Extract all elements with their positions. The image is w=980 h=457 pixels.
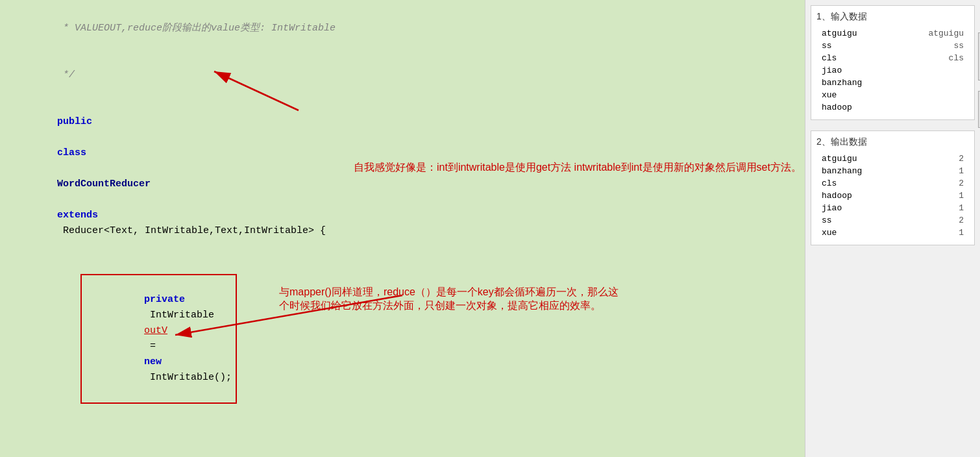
output-row-key: cls [818,178,935,189]
code-area: * VALUEOUT,reduce阶段输出的value类型: IntWritab… [0,0,805,457]
output-row-val: 1 [937,203,968,214]
output-data-table: atguigu 2 banzhang 1 cls 2 hadoop [816,152,969,240]
output-row-key: xue [818,227,935,238]
line-class: public class WordCountReducer extends Re… [10,99,794,254]
input-row-key: hadoop [818,102,896,113]
input-row-key: xue [818,90,896,101]
table-row: cls cls [818,53,968,64]
input-row-key: ss [818,40,896,51]
table-row: banzhang 1 [818,166,968,177]
line-comment2: */ [10,52,794,99]
right-panel: 1、输入数据 atguigu atguigu ss ss cls [805,0,980,457]
table-row: hadoop 1 [818,190,968,201]
table-row: banzhang [818,77,968,88]
output-row-val: 1 [937,227,968,238]
output-row-val: 2 [937,215,968,226]
table-row: ss 2 [818,215,968,226]
input-data-panel: 1、输入数据 atguigu atguigu ss ss cls [811,5,975,120]
table-row: jiao 1 [818,203,968,214]
output-row-key: ss [818,215,935,226]
input-row-val [898,65,968,76]
output-data-panel: 2、输出数据 atguigu 2 banzhang 1 cls [811,130,975,245]
input-row-val [898,90,968,101]
input-row-val: atguigu [898,28,968,39]
output-row-key: jiao [818,203,935,214]
table-row: xue [818,90,968,101]
table-row: xue 1 [818,227,968,238]
input-panel-title: 1、输入数据 [816,11,969,23]
table-row: atguigu atguigu [818,28,968,39]
table-row: atguigu 2 [818,153,968,164]
right-panel-inner: 1、输入数据 atguigu atguigu ss ss cls [805,0,980,457]
input-row-key: cls [818,53,896,64]
input-row-key: jiao [818,65,896,76]
input-row-val [898,102,968,113]
input-row-val: cls [898,53,968,64]
main-container: * VALUEOUT,reduce阶段输出的value类型: IntWritab… [0,0,980,457]
output-row-val: 1 [937,166,968,177]
line-blank1 [10,423,794,439]
input-row-val: ss [898,40,968,51]
table-row: hadoop [818,102,968,113]
output-row-key: banzhang [818,166,935,177]
output-row-key: hadoop [818,190,935,201]
output-row-val: 2 [937,153,968,164]
input-row-key: banzhang [818,77,896,88]
input-row-val [898,77,968,88]
output-row-val: 2 [937,178,968,189]
output-row-val: 1 [937,190,968,201]
private-highlighted: private IntWritable outV = new IntWritab… [80,274,237,404]
input-row-key: atguigu [818,28,896,39]
code-content: * VALUEOUT,reduce阶段输出的value类型: IntWritab… [0,0,805,457]
input-data-table: atguigu atguigu ss ss cls cls jiao [816,27,969,114]
line-override: @Override [10,439,794,457]
output-row-key: atguigu [818,153,935,164]
table-row: ss ss [818,40,968,51]
output-panel-title: 2、输出数据 [816,136,969,148]
line-comment1: * VALUEOUT,reduce阶段输出的value类型: IntWritab… [10,5,794,52]
table-row: cls 2 [818,178,968,189]
table-row: jiao [818,65,968,76]
line-private: private IntWritable outV = new IntWritab… [10,257,794,421]
